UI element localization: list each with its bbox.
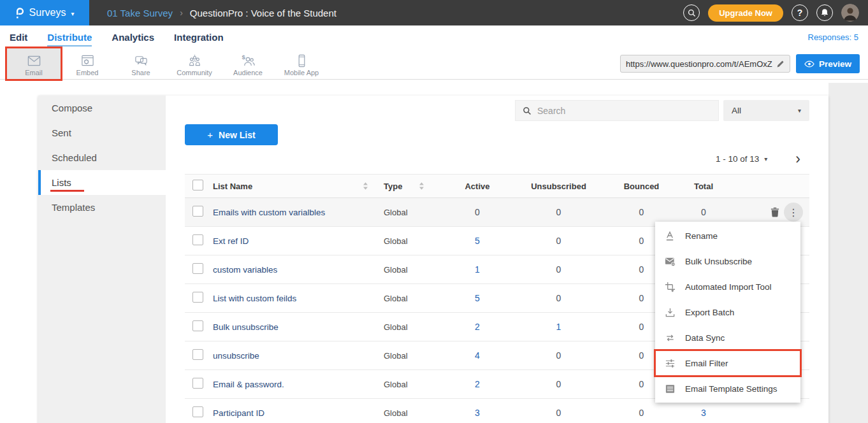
bounced-count[interactable]: 0 <box>608 408 675 418</box>
delete-list-icon[interactable] <box>770 207 779 217</box>
pagination-dropdown-icon[interactable]: ▾ <box>764 155 767 162</box>
row-checkbox[interactable] <box>192 406 203 417</box>
row-context-menu: Rename Bulk Unsubscribe Automated Import… <box>655 222 800 403</box>
row-checkbox[interactable] <box>192 378 203 389</box>
unsubscribed-count[interactable]: 1 <box>509 322 608 332</box>
sidebar-item-compose[interactable]: Compose <box>38 96 166 120</box>
next-page-button[interactable]: › <box>795 152 800 165</box>
mobile-app-icon <box>294 53 309 68</box>
search-icon <box>523 106 532 115</box>
new-list-button[interactable]: + New List <box>185 124 278 145</box>
list-name-link[interactable]: Email & password. <box>213 380 372 389</box>
unsubscribed-count[interactable]: 0 <box>509 236 608 246</box>
breadcrumb-survey-link[interactable]: 01 Take Survey <box>107 8 173 18</box>
notifications-button[interactable] <box>816 4 833 21</box>
menu-item-automated-import-tool[interactable]: Automated Import Tool <box>655 274 800 299</box>
tab-analytics[interactable]: Analytics <box>112 31 154 44</box>
menu-item-rename[interactable]: Rename <box>655 223 800 248</box>
row-checkbox[interactable] <box>192 206 203 217</box>
top-header: Surveys ▾ 01 Take Survey › QuestionPro :… <box>0 0 868 25</box>
active-count[interactable]: 4 <box>445 350 509 361</box>
total-count[interactable]: 3 <box>675 408 732 418</box>
email-filter-icon <box>664 358 676 369</box>
active-count[interactable]: 3 <box>445 408 509 418</box>
list-name-link[interactable]: List with custom feilds <box>213 294 372 303</box>
sort-icon[interactable] <box>419 182 424 190</box>
upgrade-now-button[interactable]: Upgrade Now <box>708 4 783 22</box>
right-gutter <box>828 83 868 423</box>
audience-icon: $ <box>241 53 256 68</box>
search-icon <box>688 9 696 17</box>
unsubscribed-count[interactable]: 0 <box>509 264 608 275</box>
row-checkbox[interactable] <box>192 320 203 331</box>
responses-count[interactable]: Responses: 5 <box>808 32 859 42</box>
toolbar-channel-community[interactable]: Community <box>168 48 221 79</box>
total-count[interactable]: 0 <box>675 207 732 217</box>
list-type: Global <box>372 380 445 389</box>
edit-url-button[interactable] <box>776 60 785 68</box>
sidebar-item-lists[interactable]: Lists <box>38 170 166 195</box>
help-button[interactable]: ? <box>792 4 808 21</box>
sidebar-item-templates[interactable]: Templates <box>38 195 166 220</box>
menu-item-export-batch[interactable]: Export Batch <box>655 299 800 325</box>
list-name-link[interactable]: unsubscribe <box>213 351 372 361</box>
product-switcher[interactable]: Surveys ▾ <box>0 0 89 25</box>
row-checkbox[interactable] <box>192 234 203 245</box>
breadcrumb: 01 Take Survey › QuestionPro : Voice of … <box>107 0 336 25</box>
column-bounced: Bounced <box>608 182 675 191</box>
menu-item-email-template-settings[interactable]: Email Template Settings <box>655 376 800 401</box>
row-checkbox[interactable] <box>192 263 203 274</box>
toolbar-channel-email[interactable]: Email <box>7 48 61 79</box>
menu-item-bulk-unsubscribe[interactable]: Bulk Unsubscribe <box>655 248 800 274</box>
toolbar-channel-mobile-app[interactable]: Mobile App <box>275 48 328 79</box>
list-name-link[interactable]: custom variables <box>213 265 372 275</box>
sidebar-item-sent[interactable]: Sent <box>38 120 166 145</box>
menu-item-email-filter[interactable]: Email Filter <box>655 350 800 376</box>
sort-icon[interactable] <box>363 182 368 190</box>
active-count[interactable]: 2 <box>445 322 509 332</box>
search-box[interactable] <box>515 100 719 121</box>
toolbar-channel-embed[interactable]: Embed <box>61 48 114 79</box>
list-name-link[interactable]: Emails with custom varialbles <box>213 208 372 217</box>
unsubscribed-count[interactable]: 0 <box>509 350 608 361</box>
survey-url-box[interactable]: https://www.questionpro.com/t/AEmOxZ <box>620 55 790 73</box>
unsubscribed-count[interactable]: 0 <box>509 408 608 418</box>
breadcrumb-survey-title: QuestionPro : Voice of the Student <box>190 8 336 18</box>
list-type: Global <box>372 351 445 361</box>
list-name-link[interactable]: Participant ID <box>213 408 372 418</box>
tab-distribute[interactable]: Distribute <box>47 31 92 44</box>
tab-integration[interactable]: Integration <box>174 31 224 44</box>
menu-item-data-sync[interactable]: Data Sync <box>655 325 800 350</box>
column-list-name[interactable]: List Name <box>213 182 252 191</box>
toolbar-channel-audience[interactable]: $ Audience <box>221 48 275 79</box>
unsubscribed-count[interactable]: 0 <box>509 207 608 217</box>
column-type[interactable]: Type <box>384 182 402 191</box>
active-count[interactable]: 2 <box>445 379 509 389</box>
row-menu-button[interactable]: ⋮ <box>784 203 803 222</box>
active-count[interactable]: 5 <box>445 236 509 246</box>
row-checkbox[interactable] <box>192 292 203 303</box>
row-checkbox[interactable] <box>192 349 203 360</box>
unsubscribed-count[interactable]: 0 <box>509 379 608 389</box>
tab-edit[interactable]: Edit <box>10 31 27 44</box>
active-count[interactable]: 5 <box>445 293 509 303</box>
toolbar-channel-share[interactable]: Share <box>114 48 168 79</box>
active-count[interactable]: 1 <box>445 264 509 275</box>
plus-icon: + <box>207 129 213 140</box>
automated-import-icon <box>664 282 676 292</box>
embed-icon <box>80 53 95 68</box>
search-input[interactable] <box>537 106 711 116</box>
sidebar-item-scheduled[interactable]: Scheduled <box>38 145 166 170</box>
select-all-checkbox[interactable] <box>192 180 203 190</box>
search-button[interactable] <box>683 4 700 21</box>
list-name-link[interactable]: Ext ref ID <box>213 236 372 246</box>
list-name-link[interactable]: Bulk unsubscribe <box>213 322 372 332</box>
list-filter-dropdown[interactable]: All ▾ <box>723 100 809 121</box>
unsubscribed-count[interactable]: 0 <box>509 293 608 303</box>
active-count[interactable]: 0 <box>445 207 509 217</box>
svg-text:$: $ <box>242 54 245 61</box>
avatar[interactable] <box>841 4 859 22</box>
preview-button[interactable]: Preview <box>796 54 860 73</box>
bounced-count[interactable]: 0 <box>608 207 675 217</box>
list-type: Global <box>372 322 445 332</box>
